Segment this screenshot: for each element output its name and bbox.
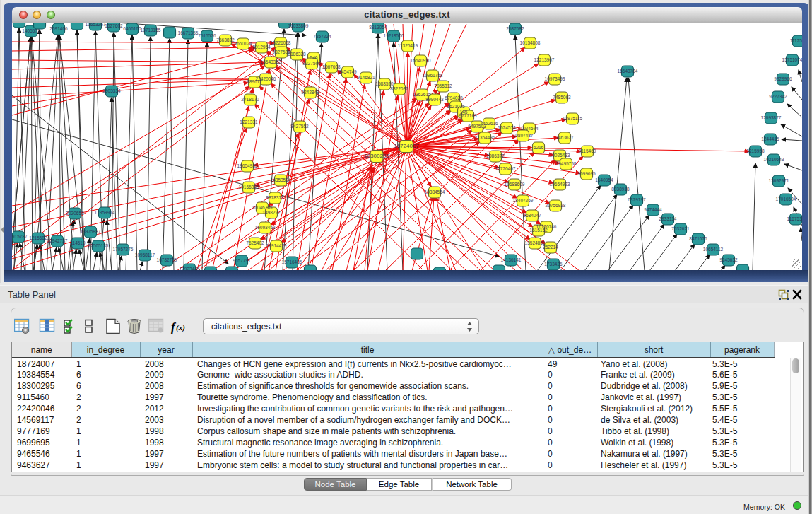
svg-text:18300295: 18300295 [364,153,389,159]
svg-text:16671355: 16671355 [178,30,199,35]
svg-text:8813054: 8813054 [369,25,387,30]
svg-text:19218506: 19218506 [384,33,404,38]
svg-text:10154808: 10154808 [520,40,541,45]
svg-text:9329966: 9329966 [774,76,792,81]
svg-text:1621025: 1621025 [447,104,465,109]
svg-text:989617: 989617 [247,79,262,84]
svg-text:19384554: 19384554 [425,189,445,194]
svg-text:1024574: 1024574 [520,126,539,131]
svg-text:1498222: 1498222 [262,210,281,215]
svg-text:16543362: 16543362 [261,59,281,64]
svg-text:10210643: 10210643 [764,157,784,162]
svg-text:10654112: 10654112 [703,247,724,252]
svg-text:10025433: 10025433 [550,153,570,158]
svg-text:7515526: 7515526 [198,33,216,38]
svg-text:2986372: 2986372 [486,153,505,158]
svg-text:10688609: 10688609 [505,182,525,187]
svg-text:13975887: 13975887 [81,229,101,234]
svg-text:11325419: 11325419 [398,43,418,48]
svg-text:6216: 6216 [534,145,544,150]
svg-text:8938918: 8938918 [611,187,630,192]
svg-text:1405571: 1405571 [22,28,40,33]
svg-text:10961758: 10961758 [423,73,443,78]
svg-text:1244415: 1244415 [761,136,779,141]
svg-text:9660124: 9660124 [234,41,252,46]
svg-text:19166825: 19166825 [239,185,259,189]
svg-text:9242848: 9242848 [301,90,319,95]
svg-text:8878372: 8878372 [266,195,284,200]
svg-text:3215958: 3215958 [746,148,765,153]
svg-text:7955812: 7955812 [434,83,452,88]
svg-text:9777169: 9777169 [459,113,477,118]
svg-text:3915787: 3915787 [12,234,28,239]
svg-text:8427552: 8427552 [290,124,309,129]
svg-text:8912954: 8912954 [252,45,271,49]
svg-text:2687682: 2687682 [506,26,524,31]
svg-text:10653267: 10653267 [86,23,106,27]
svg-text:16914479: 16914479 [266,243,287,248]
svg-text:13692971: 13692971 [769,178,789,183]
svg-text:8990443: 8990443 [425,97,444,102]
svg-text:12213967: 12213967 [534,57,555,62]
svg-text:9115460: 9115460 [579,148,596,153]
svg-text:9146821: 9146821 [357,75,375,80]
svg-text:7462616: 7462616 [480,121,498,126]
svg-text:8186328: 8186328 [288,52,306,57]
svg-text:546: 546 [310,55,318,60]
svg-text:6466160: 6466160 [123,26,141,31]
svg-text:9327505: 9327505 [302,61,321,66]
svg-text:13226058: 13226058 [271,40,291,45]
svg-text:1112541: 1112541 [790,38,802,43]
svg-text:9227342: 9227342 [769,94,787,99]
svg-text:2691406: 2691406 [49,26,68,31]
svg-text:10958117: 10958117 [135,252,155,257]
svg-text:21364436: 21364436 [475,135,495,140]
svg-text:10719155: 10719155 [141,28,161,33]
svg-text:9699695: 9699695 [577,171,596,176]
svg-text:2905334: 2905334 [102,88,121,93]
svg-text:10807487: 10807487 [513,133,534,138]
svg-text:1640954: 1640954 [595,177,613,182]
svg-text:7463627: 7463627 [555,135,574,140]
svg-text:15751074: 15751074 [782,57,802,62]
svg-text:1624574: 1624574 [498,125,516,130]
svg-text:7663822: 7663822 [216,37,235,42]
svg-text:6379197: 6379197 [628,197,646,202]
svg-text:2933114: 2933114 [659,216,677,221]
svg-text:8322037: 8322037 [390,86,408,91]
svg-text:17957275: 17957275 [113,247,134,252]
svg-text:12505135: 12505135 [88,243,109,248]
svg-text:7632621: 7632621 [671,226,690,231]
svg-text:252214: 252214 [543,245,558,250]
svg-text:14136141: 14136141 [501,257,522,262]
svg-text:1215682: 1215682 [29,235,47,240]
svg-text:19654985: 19654985 [237,163,258,168]
svg-text:16640910: 16640910 [411,58,431,63]
svg-text:16093459: 16093459 [255,225,276,230]
svg-text:16782759: 16782759 [157,257,177,262]
svg-text:16033809: 16033809 [288,23,309,28]
svg-text:1221331: 1221331 [240,119,258,124]
svg-text:17359914: 17359914 [95,210,115,215]
svg-text:8471676: 8471676 [689,236,707,241]
svg-text:20756928: 20756928 [546,203,566,208]
svg-text:2718170: 2718170 [241,97,259,102]
svg-text:114519: 114519 [70,240,86,245]
svg-text:1362615: 1362615 [413,92,431,97]
svg-text:2020655: 2020655 [66,211,84,216]
svg-text:14353584: 14353584 [271,177,291,182]
svg-text:19654923: 19654923 [550,182,570,187]
svg-text:1527602: 1527602 [105,23,123,28]
svg-text:9245632: 9245632 [719,257,738,262]
svg-text:9657791: 9657791 [233,258,251,263]
svg-text:16648784: 16648784 [618,69,638,74]
svg-text:1615152: 1615152 [529,228,548,233]
svg-text:10973493: 10973493 [545,76,565,81]
svg-text:1588520: 1588520 [375,81,394,86]
svg-text:15720407: 15720407 [495,166,516,171]
svg-text:7625402: 7625402 [246,240,264,245]
svg-text:2667608: 2667608 [322,64,341,69]
svg-text:12093877: 12093877 [761,115,782,120]
svg-text:6794028: 6794028 [445,95,463,100]
svg-text:15716485: 15716485 [282,259,302,264]
